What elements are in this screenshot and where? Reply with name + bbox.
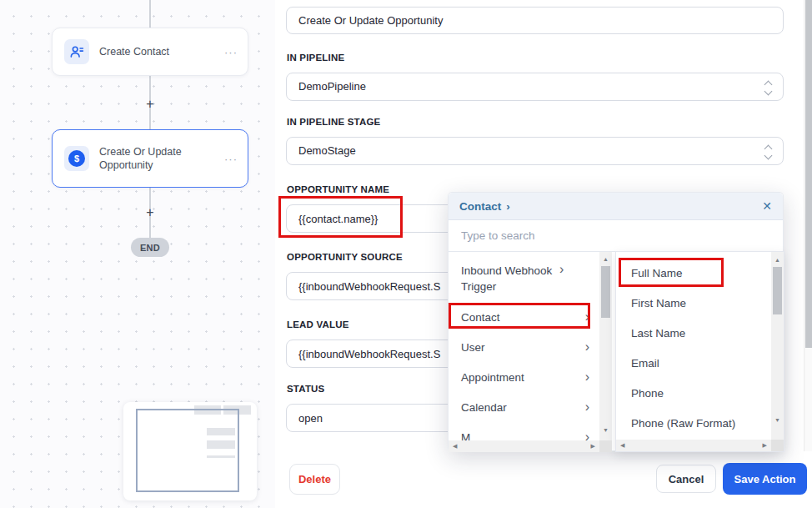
submenu-vertical-scrollbar[interactable]: ▲ ▼ bbox=[771, 252, 784, 440]
pipeline-stage-select-value: DemoStage bbox=[298, 144, 356, 157]
opportunity-source-label: OPPORTUNITY SOURCE bbox=[287, 252, 403, 262]
lead-value-label: LEAD VALUE bbox=[287, 319, 349, 329]
submenu-item-label: Email bbox=[631, 357, 659, 370]
chevron-right-icon: › bbox=[585, 370, 589, 384]
opportunity-name-label: OPPORTUNITY NAME bbox=[287, 184, 389, 194]
popup-search-input[interactable] bbox=[449, 220, 783, 252]
menu-item-label: Contact bbox=[461, 309, 585, 325]
menu-item-label: Calendar bbox=[461, 400, 585, 415]
select-updown-icon bbox=[765, 146, 771, 158]
submenu-item-full-name[interactable]: Full Name bbox=[616, 258, 769, 288]
save-action-button[interactable]: Save Action bbox=[723, 463, 807, 495]
menu-item-label: Appointment bbox=[461, 370, 585, 385]
action-name-input[interactable] bbox=[286, 7, 784, 34]
submenu-item-label: Phone (Raw Format) bbox=[631, 417, 735, 430]
minimap-viewport-rect[interactable] bbox=[136, 409, 239, 492]
canvas-minimap[interactable] bbox=[123, 402, 257, 500]
menu-item-contact[interactable]: Contact › bbox=[449, 302, 599, 332]
chevron-right-icon: › bbox=[506, 200, 510, 213]
submenu-item-label: Full Name bbox=[631, 267, 683, 279]
chevron-right-icon: › bbox=[559, 263, 564, 276]
scrollbar-corner bbox=[771, 440, 784, 451]
pipeline-stage-label: IN PIPELINE STAGE bbox=[287, 117, 380, 127]
menu-item-label: Inbound Webhook Trigger bbox=[461, 263, 559, 294]
scroll-left-icon[interactable]: ◀ bbox=[453, 443, 457, 450]
pipeline-select[interactable]: DemoPipeline bbox=[286, 73, 784, 101]
menu-vertical-scrollbar[interactable]: ▲ ▼ bbox=[599, 252, 612, 452]
submenu-item-label: Last Name bbox=[631, 327, 685, 340]
pipeline-stage-select[interactable]: DemoStage bbox=[286, 137, 784, 165]
workflow-node-create-or-update-opportunity[interactable]: $ Create Or Update Opportunity ··· bbox=[52, 129, 248, 188]
add-action-button[interactable]: + bbox=[143, 97, 158, 112]
popup-menu-list: Inbound Webhook Trigger › Contact › User… bbox=[449, 252, 599, 452]
menu-item-label: User bbox=[461, 340, 585, 355]
submenu-item-phone[interactable]: Phone bbox=[616, 378, 769, 408]
submenu-item-phone-raw-format[interactable]: Phone (Raw Format) bbox=[616, 408, 769, 438]
pipeline-label: IN PIPELINE bbox=[287, 53, 344, 63]
scroll-up-icon[interactable]: ▲ bbox=[771, 257, 784, 263]
chevron-right-icon: › bbox=[585, 310, 589, 324]
menu-scrollbar-thumb[interactable] bbox=[601, 266, 610, 318]
menu-item-appointment[interactable]: Appointment › bbox=[449, 362, 599, 392]
menu-horizontal-scrollbar[interactable]: ◀ ▶ bbox=[449, 440, 599, 452]
chevron-right-icon: › bbox=[585, 340, 589, 354]
page-scrollbar[interactable] bbox=[804, 0, 812, 451]
dollar-icon: $ bbox=[64, 146, 89, 171]
popup-submenu-contact-fields: Full Name First Name Last Name Email Pho… bbox=[615, 251, 784, 452]
node-menu-ellipsis-icon[interactable]: ··· bbox=[224, 153, 238, 165]
scroll-up-icon[interactable]: ▲ bbox=[599, 256, 612, 262]
node-title: Create Or Update Opportunity bbox=[99, 145, 214, 172]
scrollbar-corner bbox=[599, 440, 612, 452]
submenu-horizontal-scrollbar[interactable]: ◀ ▶ bbox=[616, 440, 771, 451]
cancel-button[interactable]: Cancel bbox=[656, 465, 716, 493]
scroll-right-icon[interactable]: ▶ bbox=[591, 443, 595, 450]
close-icon[interactable]: ✕ bbox=[762, 199, 772, 213]
node-title: Create Contact bbox=[99, 45, 214, 58]
workflow-node-create-contact[interactable]: Create Contact ··· bbox=[52, 28, 248, 76]
scroll-down-icon[interactable]: ▼ bbox=[771, 417, 784, 423]
select-updown-icon bbox=[765, 82, 771, 94]
scroll-left-icon[interactable]: ◀ bbox=[620, 442, 624, 449]
popup-header: Contact › ✕ bbox=[449, 193, 783, 220]
scroll-right-icon[interactable]: ▶ bbox=[763, 442, 767, 449]
status-label: STATUS bbox=[287, 384, 325, 394]
submenu-item-first-name[interactable]: First Name bbox=[616, 288, 769, 318]
add-action-button[interactable]: + bbox=[143, 205, 158, 220]
page-scrollbar-thumb[interactable] bbox=[805, 0, 812, 348]
workflow-end-badge: END bbox=[131, 238, 169, 257]
scroll-down-icon[interactable]: ▼ bbox=[599, 427, 612, 433]
submenu-scrollbar-thumb[interactable] bbox=[773, 267, 782, 314]
contact-icon bbox=[64, 39, 89, 64]
submenu-item-last-name[interactable]: Last Name bbox=[616, 318, 769, 348]
popup-breadcrumb-label: Contact bbox=[459, 200, 501, 213]
node-menu-ellipsis-icon[interactable]: ··· bbox=[224, 46, 238, 58]
menu-item-calendar[interactable]: Calendar › bbox=[449, 392, 599, 422]
submenu-item-email[interactable]: Email bbox=[616, 348, 769, 378]
pipeline-select-value: DemoPipeline bbox=[298, 80, 366, 93]
delete-button[interactable]: Delete bbox=[289, 464, 340, 495]
submenu-item-label: First Name bbox=[631, 297, 686, 309]
custom-values-popup: Contact › ✕ Inbound Webhook Trigger › Co… bbox=[448, 192, 784, 451]
workflow-canvas[interactable]: Create Contact ··· + $ Create Or Update … bbox=[0, 0, 277, 508]
menu-item-user[interactable]: User › bbox=[449, 332, 599, 362]
submenu-item-label: Phone bbox=[631, 387, 664, 400]
chevron-right-icon: › bbox=[585, 400, 589, 414]
menu-item-inbound-webhook-trigger[interactable]: Inbound Webhook Trigger › bbox=[449, 256, 599, 302]
popup-breadcrumb[interactable]: Contact › bbox=[459, 200, 510, 213]
